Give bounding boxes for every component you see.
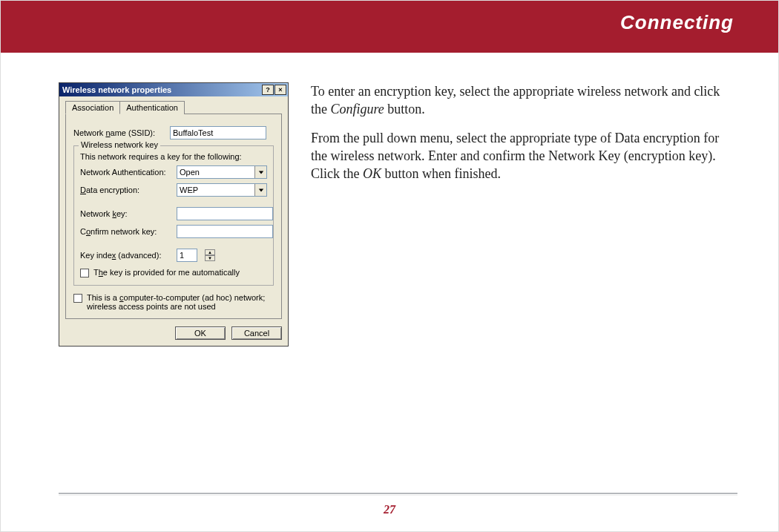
- key-index-label: Key index (advanced):: [80, 251, 169, 260]
- key-hint: This network requires a key for the foll…: [80, 152, 267, 161]
- encryption-value: WEP: [177, 185, 254, 194]
- ok-button[interactable]: OK: [175, 326, 226, 340]
- spinner-down-icon[interactable]: ▼: [205, 255, 215, 261]
- ssid-input[interactable]: [170, 126, 266, 139]
- auto-key-checkbox[interactable]: [80, 269, 89, 278]
- spinner-up-icon[interactable]: ▲: [205, 249, 215, 255]
- svg-marker-0: [258, 171, 263, 174]
- chevron-down-icon: [254, 184, 266, 196]
- tab-association[interactable]: Association: [65, 101, 120, 114]
- footer-rule: [59, 493, 737, 496]
- help-button[interactable]: ?: [262, 85, 274, 95]
- network-key-input[interactable]: [177, 207, 273, 220]
- auth-dropdown[interactable]: Open: [177, 165, 267, 179]
- confirm-key-label: Confirm network key:: [80, 227, 169, 236]
- dialog-title: Wireless network properties: [62, 85, 171, 94]
- wireless-key-group: Wireless network key This network requir…: [73, 145, 274, 286]
- encryption-label: Data encryption:: [80, 185, 169, 194]
- confirm-key-input[interactable]: [177, 225, 273, 238]
- adhoc-checkbox[interactable]: [73, 294, 82, 303]
- header-bar: Connecting: [1, 1, 778, 53]
- dialog-titlebar: Wireless network properties ? ×: [59, 83, 288, 96]
- paragraph-1: To enter an encryption key, select the a…: [311, 82, 737, 119]
- key-index-spinner[interactable]: ▲ ▼: [205, 249, 215, 261]
- page-number: 27: [1, 503, 778, 516]
- svg-marker-1: [258, 188, 263, 191]
- body-text: To enter an encryption key, select the a…: [311, 82, 737, 347]
- adhoc-label: This is a computer-to-computer (ad hoc) …: [87, 293, 274, 311]
- network-key-label: Network key:: [80, 209, 169, 218]
- auth-value: Open: [177, 168, 254, 177]
- chevron-down-icon: [254, 166, 266, 178]
- auto-key-label: The key is provided for me automatically: [93, 268, 240, 277]
- tab-panel: Network name (SSID): Wireless network ke…: [65, 114, 282, 319]
- wireless-properties-dialog: Wireless network properties ? × Associat…: [59, 82, 289, 347]
- key-index-input[interactable]: [177, 249, 197, 262]
- wireless-key-legend: Wireless network key: [79, 140, 160, 149]
- close-button[interactable]: ×: [275, 85, 286, 95]
- header-title: Connecting: [620, 11, 734, 34]
- auth-label: Network Authentication:: [80, 168, 169, 177]
- tab-authentication[interactable]: Authentication: [119, 101, 185, 114]
- ssid-label: Network name (SSID):: [73, 128, 162, 137]
- cancel-button[interactable]: Cancel: [231, 326, 282, 340]
- encryption-dropdown[interactable]: WEP: [177, 183, 267, 197]
- paragraph-2: From the pull down menu, select the appr…: [311, 129, 737, 183]
- dialog-screenshot: Wireless network properties ? × Associat…: [59, 82, 289, 347]
